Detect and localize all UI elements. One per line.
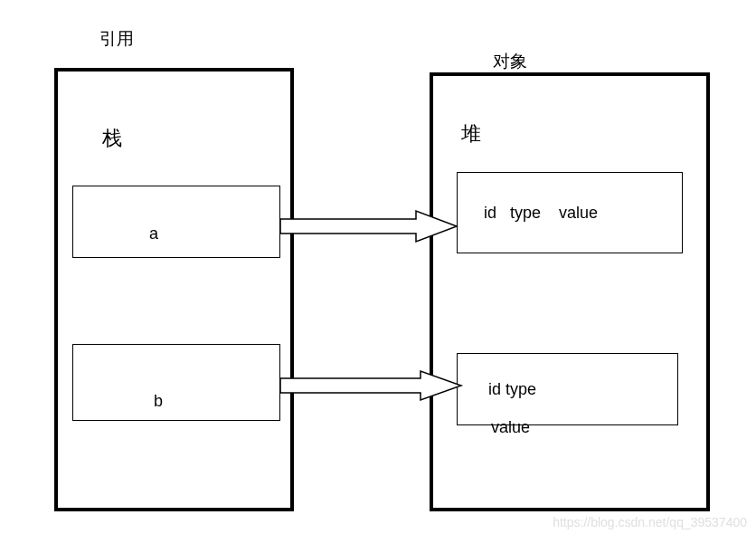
heap-item-1-text: id type value bbox=[484, 204, 598, 223]
stack-container bbox=[54, 68, 294, 511]
reference-label: 引用 bbox=[99, 27, 134, 51]
stack-item-a-label: a bbox=[149, 224, 158, 243]
arrow-a-to-heap1 bbox=[280, 208, 461, 244]
heap-item-2-text-line1: id type bbox=[488, 380, 536, 399]
stack-item-a bbox=[72, 186, 280, 258]
stack-item-b bbox=[72, 344, 280, 421]
watermark: https://blog.csdn.net/qq_39537400 bbox=[553, 515, 747, 529]
arrow-b-to-heap2 bbox=[280, 369, 466, 405]
heap-item-2-text-line2: value bbox=[491, 418, 530, 437]
stack-label: 栈 bbox=[102, 125, 122, 152]
stack-item-b-label: b bbox=[154, 392, 163, 411]
heap-label: 堆 bbox=[461, 120, 481, 148]
object-label: 对象 bbox=[493, 50, 527, 73]
